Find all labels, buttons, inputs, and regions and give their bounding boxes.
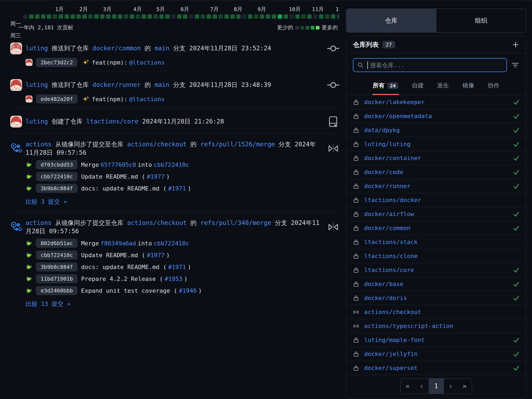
heatmap-grid[interactable] [23, 14, 339, 20]
commit-hash-badge[interactable]: 11bd71901b [36, 274, 77, 283]
heatmap-cell[interactable] [76, 14, 81, 19]
repo-search-box[interactable] [353, 58, 507, 72]
heatmap-cell[interactable] [35, 14, 40, 19]
heatmap-cell[interactable] [278, 14, 282, 19]
heatmap-cell[interactable] [130, 14, 134, 19]
heatmap-cell[interactable] [289, 14, 294, 19]
commit-hash-badge[interactable]: df03cbdd53 [36, 160, 77, 169]
feed-link[interactable]: #1953 [165, 276, 182, 282]
heatmap-cell[interactable] [331, 14, 335, 19]
feed-link[interactable]: luting [26, 81, 48, 88]
heatmap-cell[interactable] [171, 14, 176, 19]
feed-link[interactable]: luting [26, 45, 48, 52]
repo-link[interactable]: ltactions/docker [364, 197, 421, 203]
heatmap-cell[interactable] [254, 14, 258, 19]
add-repo-button[interactable] [512, 41, 519, 48]
heatmap-cell[interactable] [301, 14, 306, 19]
commit-hash-badge[interactable]: 3b9b8c884f [36, 262, 77, 271]
heatmap-cell[interactable] [313, 14, 318, 19]
heatmap-cell[interactable] [153, 14, 158, 19]
actor-avatar[interactable] [10, 221, 22, 233]
heatmap-cell[interactable] [212, 14, 217, 19]
tab-repositories[interactable]: 仓库 [346, 9, 436, 32]
heatmap-cell[interactable] [183, 14, 187, 19]
repo-link[interactable]: ltactions/clone [364, 253, 418, 259]
heatmap-cell[interactable] [236, 14, 241, 19]
actor-avatar[interactable] [10, 79, 22, 91]
heatmap-cell[interactable] [295, 14, 300, 19]
filter-button[interactable] [511, 61, 519, 69]
heatmap-cell[interactable] [165, 14, 170, 19]
heatmap-cell[interactable] [41, 14, 45, 19]
commit-hash-badge[interactable]: cbb722410c [36, 172, 77, 181]
feed-link[interactable]: #1977 [147, 252, 165, 259]
feed-link[interactable]: docker/common [93, 45, 141, 52]
heatmap-cell[interactable] [325, 14, 329, 19]
heatmap-cell[interactable] [124, 14, 128, 19]
repo-filter-tab[interactable]: 自建 [411, 79, 424, 95]
heatmap-cell[interactable] [283, 14, 288, 19]
feed-link[interactable]: actions/checkout [127, 141, 187, 148]
repo-link[interactable]: ltactions/core [364, 267, 414, 273]
repo-link[interactable]: docker/common [364, 225, 410, 231]
heatmap-cell[interactable] [82, 14, 87, 19]
heatmap-cell[interactable] [100, 14, 105, 19]
heatmap-cell[interactable] [307, 14, 312, 19]
heatmap-cell[interactable] [70, 14, 75, 19]
feed-link[interactable]: f80349a6ad [101, 240, 136, 247]
heatmap-cell[interactable] [94, 14, 99, 19]
repo-filter-tab[interactable]: 协作 [487, 79, 500, 95]
commit-hash-badge[interactable]: 802d6b51ac [36, 239, 77, 248]
feed-link[interactable]: @ltactions [129, 59, 165, 66]
feed-link[interactable]: #1971 [168, 264, 186, 270]
feed-link[interactable]: main [155, 45, 169, 52]
heatmap-cell[interactable] [266, 14, 270, 19]
heatmap-cell[interactable] [260, 14, 264, 19]
repo-link[interactable]: actions/checkout [364, 309, 421, 315]
commit-hash-badge[interactable]: 2bec73d2c2 [36, 58, 77, 67]
heatmap-cell[interactable] [224, 14, 229, 19]
repo-filter-tab[interactable]: 派生 [437, 79, 449, 95]
prev-page-button[interactable]: ‹ [415, 379, 429, 394]
repo-link[interactable]: luting/maple-font [364, 337, 425, 343]
heatmap-cell[interactable] [230, 14, 235, 19]
feed-link[interactable]: 65f77605c0 [101, 161, 136, 168]
feed-link[interactable]: refs/pull/1526/merge [200, 141, 275, 148]
next-page-button[interactable]: › [444, 379, 458, 394]
repo-link[interactable]: data/dpykg [364, 127, 400, 133]
repo-link[interactable]: luting/luting [364, 141, 410, 147]
compare-commits-link[interactable]: 比较 3 提交 » [26, 198, 67, 206]
heatmap-cell[interactable] [106, 14, 111, 19]
heatmap-cell[interactable] [218, 14, 223, 19]
heatmap-cell[interactable] [141, 14, 146, 19]
repo-link[interactable]: ltactions/stack [364, 239, 418, 245]
repo-link[interactable]: docker/base [364, 281, 403, 287]
heatmap-cell[interactable] [207, 14, 211, 19]
feed-link[interactable]: @ltactions [129, 96, 165, 103]
repo-search-input[interactable] [370, 62, 503, 69]
heatmap-cell[interactable] [248, 14, 253, 19]
heatmap-cell[interactable] [195, 14, 199, 19]
feed-link[interactable]: ltactions/core [86, 118, 139, 125]
commit-hash-badge[interactable]: cbb722410c [36, 250, 77, 260]
feed-link[interactable]: luting [26, 118, 48, 125]
repo-link[interactable]: docker/runner [364, 183, 410, 189]
current-page-button[interactable]: 1 [429, 379, 444, 394]
repo-link[interactable]: docker/superset [364, 365, 418, 371]
heatmap-cell[interactable] [242, 14, 247, 19]
feed-link[interactable]: actions [26, 219, 52, 226]
actor-avatar[interactable] [10, 143, 22, 154]
heatmap-cell[interactable] [23, 14, 28, 19]
heatmap-cell[interactable] [147, 14, 152, 19]
feed-link[interactable]: main [155, 81, 169, 88]
heatmap-cell[interactable] [272, 14, 276, 19]
heatmap-cell[interactable] [29, 14, 34, 19]
repo-filter-tab[interactable]: 所有24 [372, 79, 399, 95]
heatmap-cell[interactable] [159, 14, 164, 19]
feed-link[interactable]: #1977 [147, 173, 165, 180]
compare-commits-link[interactable]: 比较 13 提交 » [26, 300, 70, 308]
feed-link[interactable]: docker/runner [93, 81, 141, 88]
heatmap-cell[interactable] [88, 14, 93, 19]
repo-link[interactable]: docker/lakekeeper [364, 99, 425, 105]
heatmap-cell[interactable] [47, 14, 51, 19]
